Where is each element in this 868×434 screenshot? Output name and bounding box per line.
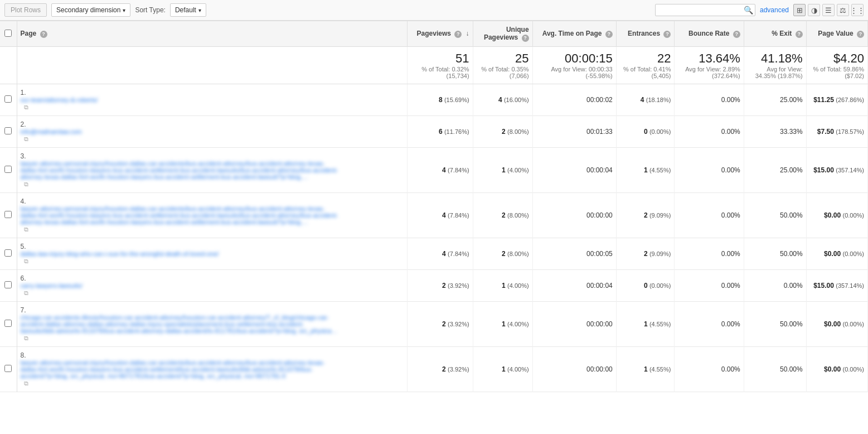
copy-icon[interactable]: ⧉	[24, 335, 28, 342]
search-input[interactable]	[655, 4, 755, 16]
row-checkbox[interactable]	[4, 127, 12, 134]
row-page-value: $0.00 (0.00%)	[806, 302, 867, 347]
row-number: 3.	[21, 152, 26, 160]
table-row: 6. carry-lawyers-lawsuits/ ⧉ 2 (3.92%) 1…	[0, 270, 868, 302]
row-checkbox-cell	[0, 148, 17, 193]
view-icon-grid[interactable]: ⊞	[793, 4, 806, 16]
page-link[interactable]: chicago-car-accidents-illinois/houston-c…	[21, 314, 338, 334]
row-entrances: 2 (9.09%)	[616, 193, 675, 238]
page-help-icon[interactable]: ?	[40, 31, 47, 38]
col-header-page: Page ?	[17, 21, 407, 47]
secondary-dimension-dropdown[interactable]: Secondary dimension ▾	[51, 3, 130, 17]
copy-icon[interactable]: ⧉	[24, 380, 28, 387]
row-checkbox[interactable]	[4, 166, 12, 173]
row-unique-pageviews: 1 (4.00%)	[473, 148, 532, 193]
row-unique-pageviews: 2 (8.00%)	[473, 193, 532, 238]
copy-icon[interactable]: ⧉	[24, 290, 28, 297]
row-pct-exit: 25.00%	[744, 84, 806, 116]
view-icon-compare[interactable]: ⚖	[837, 4, 849, 16]
table-row: 7. chicago-car-accidents-illinois/housto…	[0, 302, 868, 347]
row-page-value: $11.25 (267.86%)	[806, 84, 867, 116]
row-number: 8.	[21, 351, 26, 359]
plot-rows-button[interactable]: Plot Rows	[4, 3, 47, 17]
row-pageviews: 6 (11.76%)	[407, 116, 473, 148]
row-bounce-rate: 0.00%	[675, 238, 744, 270]
row-checkbox[interactable]	[4, 281, 12, 288]
view-icon-pivot[interactable]: ⋮⋮	[851, 4, 864, 16]
row-page-cell: 8. lawyer-attorney-personal-injury/houst…	[17, 347, 407, 392]
sort-default-dropdown[interactable]: Default ▾	[170, 3, 206, 17]
entrances-help-icon[interactable]: ?	[663, 31, 671, 38]
row-number: 5.	[21, 243, 26, 250]
search-icon[interactable]: 🔍	[744, 6, 753, 15]
row-entrances: 1 (4.55%)	[616, 148, 675, 193]
row-pageviews: 2 (3.92%)	[407, 270, 473, 302]
pageviews-sort-arrow-icon[interactable]: ↓	[466, 30, 469, 37]
row-page-cell: 2. info@mailnamlaw.com ⧉	[17, 116, 407, 148]
row-bounce-rate: 0.00%	[675, 193, 744, 238]
data-table: Page ? Pageviews ? ↓ UniquePageviews ? A…	[0, 21, 868, 392]
page-link[interactable]: our-team/attorney-&-roberts/	[21, 97, 338, 103]
row-checkbox-cell	[0, 347, 17, 392]
row-page-cell: 5. dallas-law-injury-blog-who-can-i-sue-…	[17, 238, 407, 270]
row-avg-time: 00:00:00	[532, 302, 616, 347]
page-link[interactable]: carry-lawyers-lawsuits/	[21, 282, 338, 289]
view-icon-list[interactable]: ☰	[822, 4, 835, 16]
col-header-avg-time: Avg. Time on Page ?	[532, 21, 616, 47]
row-pageviews: 4 (7.84%)	[407, 193, 473, 238]
row-bounce-rate: 0.00%	[675, 116, 744, 148]
row-checkbox[interactable]	[4, 211, 12, 218]
copy-icon[interactable]: ⧉	[24, 181, 28, 188]
row-page-cell: 1. our-team/attorney-&-roberts/ ⧉	[17, 84, 407, 116]
bounce-rate-help-icon[interactable]: ?	[733, 31, 740, 38]
row-number: 2.	[21, 120, 26, 128]
summary-check-cell	[0, 47, 17, 84]
row-avg-time: 00:00:00	[532, 193, 616, 238]
col-header-entrances: Entrances ?	[616, 21, 675, 47]
unique-pageviews-help-icon[interactable]: ?	[522, 35, 529, 42]
copy-icon[interactable]: ⧉	[24, 104, 28, 111]
row-checkbox[interactable]	[4, 95, 12, 103]
page-link[interactable]: dallas-law-injury-blog-who-can-i-sue-for…	[21, 250, 338, 257]
col-header-bounce-rate: Bounce Rate ?	[675, 21, 744, 47]
pageviews-help-icon[interactable]: ?	[454, 31, 462, 38]
row-entrances: 1 (4.55%)	[616, 302, 675, 347]
table-row: 8. lawyer-attorney-personal-injury/houst…	[0, 347, 868, 392]
row-unique-pageviews: 1 (4.00%)	[473, 270, 532, 302]
page-link[interactable]: lawyer-attorney-personal-injury/houston-…	[21, 160, 338, 180]
select-all-checkbox[interactable]	[4, 30, 12, 37]
copy-icon[interactable]: ⧉	[24, 136, 28, 143]
advanced-link[interactable]: advanced	[760, 6, 789, 14]
summary-avg-time: 00:00:15 Avg for View: 00:00:33 (-55.98%…	[532, 47, 616, 84]
table-row: 1. our-team/attorney-&-roberts/ ⧉ 8 (15.…	[0, 84, 868, 116]
row-checkbox[interactable]	[4, 365, 12, 372]
table-row: 5. dallas-law-injury-blog-who-can-i-sue-…	[0, 238, 868, 270]
row-pct-exit: 50.00%	[744, 347, 806, 392]
row-unique-pageviews: 4 (16.00%)	[473, 84, 532, 116]
row-bounce-rate: 0.00%	[675, 347, 744, 392]
row-avg-time: 00:01:33	[532, 116, 616, 148]
row-checkbox-cell	[0, 116, 17, 148]
row-unique-pageviews: 2 (8.00%)	[473, 116, 532, 148]
view-icons-group: ⊞ ◑ ☰ ⚖ ⋮⋮	[793, 4, 864, 16]
view-icon-pie[interactable]: ◑	[808, 4, 820, 16]
copy-icon[interactable]: ⧉	[24, 226, 28, 233]
pct-exit-help-icon[interactable]: ?	[796, 31, 803, 38]
row-avg-time: 00:00:04	[532, 270, 616, 302]
row-checkbox[interactable]	[4, 320, 12, 327]
avg-time-help-icon[interactable]: ?	[605, 31, 613, 38]
page-link[interactable]: lawyer-attorney-personal-injury/houston-…	[21, 205, 338, 225]
summary-unique-pageviews: 25 % of Total: 0.35% (7,066)	[473, 47, 532, 84]
page-link[interactable]: info@mailnamlaw.com	[21, 128, 338, 135]
toolbar: Plot Rows Secondary dimension ▾ Sort Typ…	[0, 0, 868, 21]
col-header-unique-pageviews: UniquePageviews ?	[473, 21, 532, 47]
copy-icon[interactable]: ⧉	[24, 258, 28, 265]
page-value-help-icon[interactable]: ?	[857, 31, 864, 38]
page-link[interactable]: lawyer-attorney-personal-injury/houston-…	[21, 359, 338, 379]
summary-pct-exit: 41.18% Avg for View: 34.35% (19.87%)	[744, 47, 806, 84]
row-page-cell: 6. carry-lawyers-lawsuits/ ⧉	[17, 270, 407, 302]
row-pageviews: 2 (3.92%)	[407, 302, 473, 347]
row-checkbox[interactable]	[4, 249, 12, 257]
row-bounce-rate: 0.00%	[675, 270, 744, 302]
summary-page-cell	[17, 47, 407, 84]
